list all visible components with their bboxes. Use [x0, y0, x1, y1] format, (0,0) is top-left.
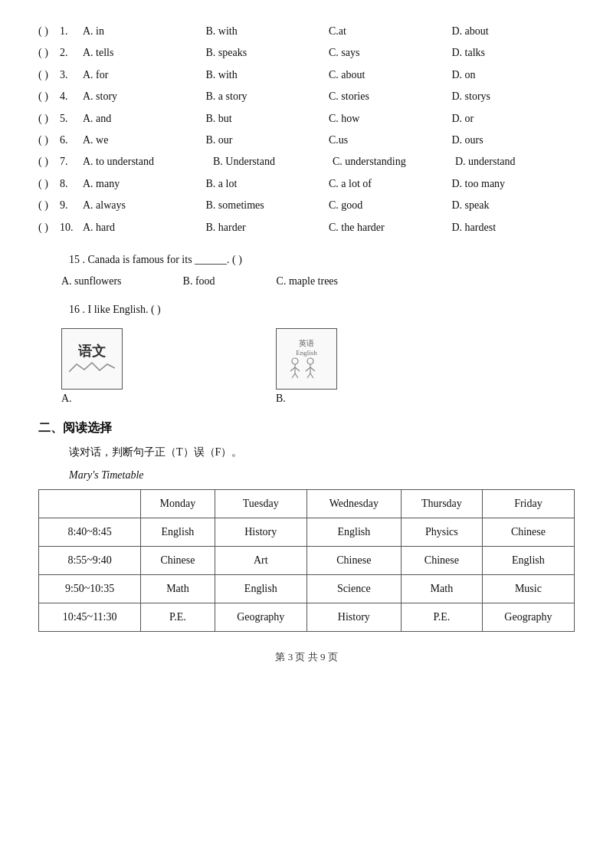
- timetable-cell-2-4: Chinese: [401, 547, 482, 575]
- opt-b-9: B. sometimes: [206, 197, 329, 214]
- qnum-9: 9.: [60, 197, 83, 214]
- timetable-cell-4-2: Geography: [215, 603, 306, 632]
- qnum-10: 10.: [60, 219, 83, 236]
- opt-c-2: C. says: [329, 44, 452, 61]
- opt-c-7: C. understanding: [333, 153, 455, 170]
- opts-1: A. in B. with C.at D. about: [83, 23, 575, 40]
- section-2-title: 二、阅读选择: [38, 420, 112, 436]
- opt-d-3: D. on: [452, 67, 575, 84]
- book-a-title: 语文: [78, 342, 106, 360]
- th-empty: [39, 490, 141, 518]
- q15-opt-c: C. maple trees: [277, 275, 338, 288]
- opt-a-1: A. in: [83, 23, 206, 40]
- qnum-8: 8.: [60, 176, 83, 192]
- paren-2: ( ): [38, 44, 60, 61]
- opt-a-3: A. for: [83, 67, 206, 84]
- paren-1: ( ): [38, 23, 60, 40]
- opt-b-7: B. Understand: [213, 153, 333, 170]
- timetable-header-row: Monday Tuesday Wednesday Thursday Friday: [39, 490, 575, 518]
- timetable-row-2: 8:55~9:40ChineseArtChineseChineseEnglish: [39, 547, 575, 575]
- th-wednesday: Wednesday: [306, 490, 401, 518]
- opts-6: A. we B. our C.us D. ours: [83, 132, 575, 149]
- opt-a-5: A. and: [83, 110, 206, 127]
- read-instruction: 读对话，判断句子正（T）误（F）。: [69, 442, 575, 462]
- opt-b-6: B. our: [206, 132, 329, 149]
- timetable-cell-1-2: History: [215, 518, 306, 547]
- paren-5: ( ): [38, 110, 60, 127]
- mc-item-9: ( ) 9. A. always B. sometimes C. good D.…: [38, 197, 575, 214]
- opt-b-1: B. with: [206, 23, 329, 40]
- mc-item-8: ( ) 8. A. many B. a lot C. a lot of D. t…: [38, 176, 575, 192]
- timetable-cell-4-3: History: [306, 603, 401, 632]
- q16-text: 16 . I like English. ( ): [69, 304, 161, 315]
- opt-a-9: A. always: [83, 197, 206, 214]
- timetable-cell-3-2: English: [215, 575, 306, 603]
- opts-4: A. story B. a story C. stories D. storys: [83, 88, 575, 105]
- instruction-text: 读对话，判断句子正（T）误（F）。: [69, 446, 242, 458]
- timetable-cell-3-4: Math: [401, 575, 482, 603]
- svg-line-8: [306, 367, 310, 371]
- opts-2: A. tells B. speaks C. says D. talks: [83, 44, 575, 61]
- th-friday: Friday: [482, 490, 574, 518]
- people-icon: [284, 357, 329, 380]
- q15-opt-a: A. sunflowers: [61, 275, 122, 288]
- opt-d-8: D. too many: [452, 176, 575, 192]
- opts-8: A. many B. a lot C. a lot of D. too many: [83, 176, 575, 192]
- timetable-cell-4-1: P.E.: [141, 603, 215, 632]
- book-b-title: 英语: [299, 338, 314, 349]
- paren-6: ( ): [38, 132, 60, 149]
- images-row: 语文 A. 英语 English: [61, 328, 575, 405]
- paren-4: ( ): [38, 88, 60, 105]
- image-a-container: 语文 A.: [61, 328, 123, 405]
- qnum-2: 2.: [60, 44, 83, 61]
- opt-b-2: B. speaks: [206, 44, 329, 61]
- opt-c-6: C.us: [329, 132, 452, 149]
- opt-a-10: A. hard: [83, 219, 206, 236]
- timetable-cell-3-1: Math: [141, 575, 215, 603]
- book-b-sub: English: [296, 349, 317, 357]
- timetable-cell-2-3: Chinese: [306, 547, 401, 575]
- qnum-1: 1.: [60, 23, 83, 40]
- q15-opt-b: B. food: [183, 275, 215, 288]
- timetable: Monday Tuesday Wednesday Thursday Friday…: [38, 489, 575, 632]
- opt-c-10: C. the harder: [329, 219, 452, 236]
- qnum-7: 7.: [60, 153, 83, 170]
- opt-b-3: B. with: [206, 67, 329, 84]
- timetable-cell-3-5: Music: [482, 575, 574, 603]
- opt-d-5: D. or: [452, 110, 575, 127]
- image-b-container: 英语 English B.: [276, 328, 337, 405]
- opt-c-8: C. a lot of: [329, 176, 452, 192]
- opt-a-4: A. story: [83, 88, 206, 105]
- opt-c-5: C. how: [329, 110, 452, 127]
- opts-9: A. always B. sometimes C. good D. speak: [83, 197, 575, 214]
- q15-options: A. sunflowers B. food C. maple trees: [61, 275, 575, 288]
- opts-7: A. to understand B. Understand C. unders…: [83, 153, 575, 170]
- qnum-6: 6.: [60, 132, 83, 149]
- opt-d-9: D. speak: [452, 197, 575, 214]
- timetable-cell-4-4: P.E.: [401, 603, 482, 632]
- paren-9: ( ): [38, 197, 60, 214]
- page-footer: 第 3 页 共 9 页: [38, 650, 575, 664]
- book-image-a: 语文: [61, 328, 123, 390]
- opt-a-8: A. many: [83, 176, 206, 192]
- timetable-row-4: 10:45~11:30P.E.GeographyHistoryP.E.Geogr…: [39, 603, 575, 632]
- opt-a-6: A. we: [83, 132, 206, 149]
- opts-5: A. and B. but C. how D. or: [83, 110, 575, 127]
- paren-3: ( ): [38, 67, 60, 84]
- svg-line-11: [310, 373, 313, 378]
- wave-icon: [69, 360, 115, 376]
- mc-item-4: ( ) 4. A. story B. a story C. stories D.…: [38, 88, 575, 105]
- qnum-3: 3.: [60, 67, 83, 84]
- svg-line-9: [310, 367, 315, 371]
- timetable-title-text: Mary's Timetable: [69, 469, 144, 481]
- timetable-cell-1-0: 8:40~8:45: [39, 518, 141, 547]
- mc-item-3: ( ) 3. A. for B. with C. about D. on: [38, 67, 575, 84]
- opt-c-9: C. good: [329, 197, 452, 214]
- mc-item-2: ( ) 2. A. tells B. speaks C. says D. tal…: [38, 44, 575, 61]
- question-15: 15 . Canada is famous for its ______. ( …: [69, 250, 575, 269]
- opt-c-3: C. about: [329, 67, 452, 84]
- paren-8: ( ): [38, 176, 60, 192]
- opt-b-8: B. a lot: [206, 176, 329, 192]
- opt-d-6: D. ours: [452, 132, 575, 149]
- timetable-cell-1-3: English: [306, 518, 401, 547]
